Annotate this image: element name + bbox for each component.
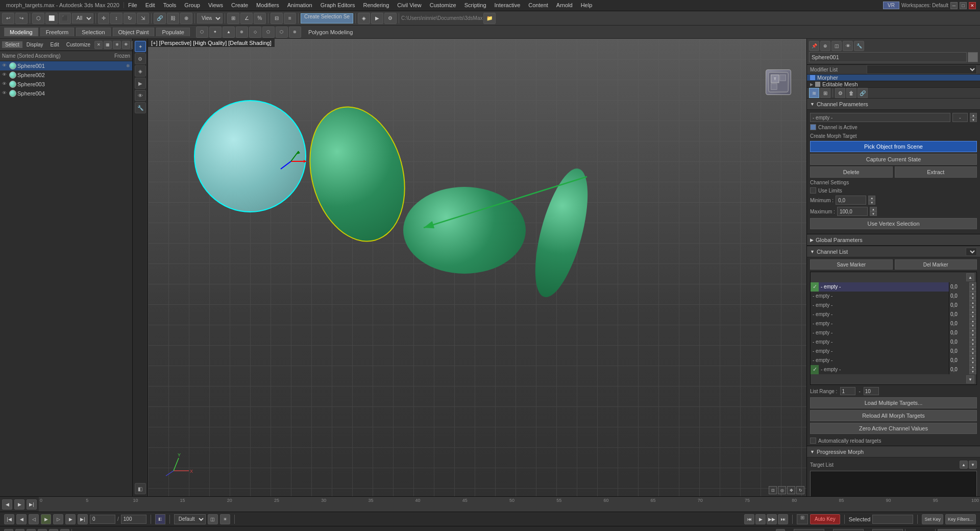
progressive-morph-header[interactable]: ▼ Progressive Morph xyxy=(807,446,980,457)
modifier-morpher[interactable]: Morpher xyxy=(807,75,980,81)
menu-civil-view[interactable]: Civil View xyxy=(393,1,425,9)
weld-btn[interactable]: ⊗ xyxy=(289,27,301,38)
angle-snap-btn[interactable]: ∠ xyxy=(240,13,253,24)
menu-arnold[interactable]: Arnold xyxy=(552,1,577,9)
channel-value-4[interactable] xyxy=(949,319,969,328)
next-key-btn[interactable]: ▷ xyxy=(53,514,63,524)
channel-value-9[interactable] xyxy=(949,365,969,374)
menu-create[interactable]: Create xyxy=(227,1,252,9)
snap-settings-btn[interactable]: ⊞ xyxy=(776,529,785,532)
ch-2-up[interactable]: ▲ xyxy=(969,301,976,305)
modifier-list-dropdown[interactable] xyxy=(867,65,977,74)
channel-scroll-down[interactable]: ▼ xyxy=(966,375,974,383)
select-region-button[interactable]: ⬜ xyxy=(45,13,58,24)
play-mini-btn[interactable]: ⏮ xyxy=(744,514,754,524)
menu-interactive[interactable]: Interactive xyxy=(491,1,525,9)
menu-tools[interactable]: Tools xyxy=(159,1,181,9)
ch-link-icon[interactable]: 🔗 xyxy=(857,88,868,98)
del-marker-btn[interactable]: Del Marker xyxy=(895,259,977,270)
max-spin-down[interactable]: ▼ xyxy=(870,211,877,216)
display-panel-btn[interactable]: 👁 xyxy=(135,90,146,101)
go-end-btn[interactable]: ▶| xyxy=(78,514,88,524)
channel-scroll-up[interactable]: ▲ xyxy=(966,273,974,281)
channel-check-0[interactable]: ✓ xyxy=(811,282,819,292)
vp-pan-btn[interactable]: ✥ xyxy=(787,486,795,494)
channel-value-7[interactable] xyxy=(949,347,969,356)
timeline-track[interactable]: 0 5 10 15 20 25 30 35 40 45 50 55 60 65 … xyxy=(39,497,980,512)
channel-params-btn[interactable]: ⊕ xyxy=(820,41,830,51)
tab-modeling[interactable]: Modeling xyxy=(4,28,38,36)
scene-item-sphere001[interactable]: 👁 Sphere001 ❄ xyxy=(0,61,132,70)
unlink-btn[interactable]: ⛓ xyxy=(167,13,179,24)
tab-selection[interactable]: Selection xyxy=(76,28,110,36)
scene-close-btn[interactable]: ✕ xyxy=(94,41,103,49)
layers-btn[interactable]: ◫ xyxy=(831,41,842,51)
ch-3-up[interactable]: ▲ xyxy=(969,310,976,315)
viewport-icon-left[interactable]: ◧ xyxy=(155,514,165,524)
render-btn[interactable]: ▶ xyxy=(371,13,383,24)
channel-spinner-3[interactable]: ▲ ▼ xyxy=(969,310,976,319)
channel-item-1[interactable]: - empty - ▲ ▼ xyxy=(811,292,976,301)
status-left-btn1[interactable]: ⚙ xyxy=(4,529,13,532)
min-spin-up[interactable]: ▲ xyxy=(868,196,875,200)
play-fwd2-btn[interactable]: ▶▶ xyxy=(767,514,777,524)
modifier-editable-mesh[interactable]: ▶ Editable Mesh xyxy=(807,81,980,88)
reference-coord-dropdown[interactable]: View xyxy=(197,13,223,23)
menu-content[interactable]: Content xyxy=(524,1,552,9)
use-limits-checkbox[interactable] xyxy=(810,187,816,194)
ch-4-up[interactable]: ▲ xyxy=(969,319,976,324)
utilities-btn[interactable]: 🔧 xyxy=(854,41,864,51)
ch-1-down[interactable]: ▼ xyxy=(969,296,976,301)
render-frame-btn[interactable]: ◫ xyxy=(208,514,218,524)
timeline-prev-btn[interactable]: ◀ xyxy=(2,499,12,510)
capture-current-state-btn[interactable]: Capture Current State xyxy=(810,154,977,165)
select-object-button[interactable]: ⬡ xyxy=(32,13,44,24)
prev-key-btn[interactable]: ◁ xyxy=(29,514,39,524)
render-env-btn[interactable]: ☀ xyxy=(220,514,230,524)
utilities-panel-btn[interactable]: 🔧 xyxy=(135,102,146,113)
extract-channel-btn[interactable]: Extract xyxy=(895,166,977,178)
object-color-swatch[interactable] xyxy=(968,52,978,62)
maximum-input[interactable] xyxy=(837,207,868,216)
selected-search-input[interactable] xyxy=(872,515,913,524)
minimum-input[interactable] xyxy=(836,196,866,205)
maximum-spinner[interactable]: ▲ ▼ xyxy=(870,207,877,216)
bind-btn[interactable]: ⊕ xyxy=(180,13,192,24)
scene-tab-select[interactable]: Select xyxy=(2,41,22,48)
total-frames-input[interactable] xyxy=(121,515,146,524)
ch-4-down[interactable]: ▼ xyxy=(969,324,976,328)
align-btn[interactable]: ≡ xyxy=(284,13,296,24)
channel-value-3[interactable] xyxy=(949,310,969,319)
ch-graph-icon[interactable]: ≋ xyxy=(809,88,819,98)
inset-btn[interactable]: ⊕ xyxy=(236,27,248,38)
ch-1-up[interactable]: ▲ xyxy=(969,292,976,296)
undo-button[interactable]: ↩ xyxy=(2,13,14,24)
channel-value-5[interactable] xyxy=(949,328,969,337)
menu-graph-editors[interactable]: Graph Editors xyxy=(316,1,359,9)
minimize-button[interactable]: ─ xyxy=(950,2,958,9)
rotate-btn[interactable]: ↻ xyxy=(124,13,136,24)
scene-hide-btn[interactable]: 👁 xyxy=(122,41,130,49)
ch-7-down[interactable]: ▼ xyxy=(969,351,976,356)
current-frame-input[interactable] xyxy=(90,515,115,524)
maximize-button[interactable]: □ xyxy=(960,2,967,9)
ch-9-up[interactable]: ▲ xyxy=(969,365,976,370)
auto-key-btn[interactable]: Auto Key xyxy=(810,514,840,524)
snap-toggle-btn[interactable]: ⊞ xyxy=(227,13,239,24)
ch-0-down[interactable]: ▼ xyxy=(969,287,976,292)
ch-8-down[interactable]: ▼ xyxy=(969,360,976,365)
sphere001-object[interactable] xyxy=(194,100,306,212)
play-btn[interactable]: ▶ xyxy=(41,514,51,524)
pin-btn[interactable]: 📌 xyxy=(809,41,819,51)
move-btn[interactable]: ↕ xyxy=(110,13,122,24)
channel-list-header[interactable]: ▼ Channel List xyxy=(807,246,980,257)
vp-zoom-extents-btn[interactable]: ⊡ xyxy=(769,486,777,494)
reload-all-morph-targets-btn[interactable]: Reload All Morph Targets xyxy=(810,410,977,421)
ch-7-up[interactable]: ▲ xyxy=(969,347,976,351)
set-key-btn[interactable]: Set Key xyxy=(922,514,943,524)
ch-table-icon[interactable]: ⊞ xyxy=(820,88,830,98)
channel-item-5[interactable]: - empty - ▲ ▼ xyxy=(811,328,976,337)
scene-item-sphere002[interactable]: 👁 Sphere002 xyxy=(0,70,132,80)
scene-item-sphere004[interactable]: 👁 Sphere004 xyxy=(0,89,132,98)
status-left-btn6[interactable]: ⊕ xyxy=(60,529,69,532)
